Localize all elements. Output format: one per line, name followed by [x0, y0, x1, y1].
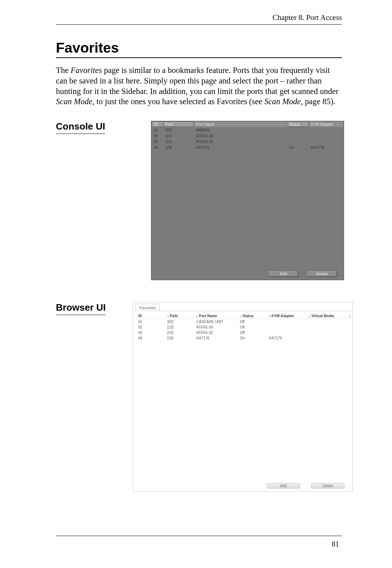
cell-status: - [287, 139, 309, 144]
cell-path: [15] [164, 330, 193, 335]
cell-adapter: KA7176 [309, 144, 344, 150]
cell-id: 01 [152, 127, 163, 133]
cell-adapter [309, 133, 344, 139]
cell-vm [305, 335, 345, 341]
intro-text-italic: Scan Mode [264, 97, 301, 106]
browser-header-row: ID ♦Path ♦Port Name ♦Status ♦KVM Adapter… [135, 313, 352, 319]
browser-ui-panel: Favorites ID ♦Path ♦Port Name ♦Status [151, 302, 353, 492]
sort-icon: ♦ [269, 315, 270, 318]
col-label: Port Name [199, 314, 217, 318]
cell-path: [02] [164, 319, 193, 325]
cell-name: ATEN1-32 [194, 139, 287, 144]
browser-screenshot: Favorites ID ♦Path ♦Port Name ♦Status [133, 302, 353, 492]
cell-path: [15] [163, 139, 194, 144]
cell-id: 01 [135, 319, 164, 325]
cell-path: [13] [164, 324, 193, 330]
running-header: Chapter 8. Port Access [56, 13, 342, 24]
browser-col-id[interactable]: ID [135, 313, 164, 319]
console-row[interactable]: 03 [15] ATEN1-32 - [152, 139, 344, 144]
sort-icon: ♦ [240, 315, 241, 318]
browser-table: ID ♦Path ♦Port Name ♦Status ♦KVM Adapter… [135, 313, 352, 341]
sort-icon: ♦ [349, 315, 350, 318]
cell-id: 04 [152, 144, 163, 150]
title-rule [56, 57, 342, 58]
console-ui-heading: Console UI [56, 121, 105, 134]
cell-path: [18] [164, 335, 193, 341]
console-ui-panel: ID Path Port Name Status KVM Adapter 01 … [151, 121, 344, 280]
intro-paragraph: The Favorites page is similar to a bookm… [56, 65, 342, 107]
intro-text: , to just the ones you have selected as … [93, 97, 265, 106]
cell-status: Off [236, 330, 265, 335]
cell-name: ATEN1-32 [193, 330, 236, 335]
browser-add-button[interactable]: Add [267, 483, 300, 489]
console-row[interactable]: 01 [02] KM0032 - [152, 127, 344, 133]
console-screenshot: ID Path Port Name Status KVM Adapter 01 … [151, 121, 344, 280]
cell-adapter [265, 319, 305, 325]
cell-path: [13] [163, 133, 194, 139]
console-col-port-name[interactable]: Port Name [194, 122, 287, 127]
console-row[interactable]: 04 [18] KA7176 On KA7176 [152, 144, 344, 150]
cell-name: ATEN1-26 [194, 133, 287, 139]
col-label: Virtual Media [311, 314, 334, 318]
page-number: 81 [332, 540, 339, 548]
cell-id: 02 [152, 133, 163, 139]
cell-vm [305, 319, 345, 325]
cell-name: KA7176 [193, 335, 236, 341]
header-rule [56, 24, 342, 25]
sort-icon: ♦ [196, 315, 198, 318]
intro-text-italic: Favorites [71, 66, 102, 75]
console-col-adapter[interactable]: KVM Adapter [309, 122, 344, 127]
cell-adapter [309, 127, 344, 133]
intro-text-italic: Scan Mode [56, 97, 93, 106]
browser-ui-heading: Browser UI [56, 302, 106, 315]
browser-delete-button[interactable]: Delete [311, 483, 344, 489]
browser-row[interactable]: 03 [15] ATEN1-32 Off [135, 330, 352, 335]
console-col-path[interactable]: Path [163, 122, 194, 127]
browser-ui-label: Browser UI [56, 302, 143, 315]
footer-rule [56, 536, 342, 536]
console-col-status[interactable]: Status [287, 122, 309, 127]
cell-status: On [287, 144, 309, 150]
cell-id: 04 [135, 335, 164, 341]
browser-col-status[interactable]: ♦Status [236, 313, 265, 319]
browser-footer: Add Delete [133, 482, 352, 491]
page: Chapter 8. Port Access Favorites The Fav… [0, 0, 392, 568]
browser-row[interactable]: 01 [02] CASCADE UNIT Off [135, 319, 352, 325]
cell-adapter [309, 139, 344, 144]
cell-adapter [265, 330, 305, 335]
cell-id: 03 [135, 330, 164, 335]
intro-text: , page 85). [301, 97, 335, 106]
cell-id: 03 [152, 139, 163, 144]
cell-status: On [236, 335, 265, 341]
cell-status: - [287, 133, 309, 139]
console-ui-section: Console UI ID Path Port Name S [56, 121, 342, 280]
cell-name: KA7176 [194, 144, 287, 150]
browser-tab-favorites[interactable]: Favorites [135, 304, 160, 311]
cell-vm [305, 330, 345, 335]
console-col-id[interactable]: ID [152, 122, 163, 127]
col-label: Status [242, 314, 254, 318]
console-table: ID Path Port Name Status KVM Adapter 01 … [151, 121, 344, 150]
console-add-button[interactable]: Add [268, 270, 299, 277]
cell-id: 02 [135, 324, 164, 330]
cell-path: [02] [163, 127, 194, 133]
browser-row[interactable]: 02 [13] ATEN1-26 Off [135, 324, 352, 330]
browser-col-virtual-media[interactable]: ♦Virtual Media [305, 313, 345, 319]
col-label: ID [138, 314, 142, 318]
cell-status: Off [236, 319, 265, 325]
page-title: Favorites [56, 40, 342, 56]
browser-ui-section: Browser UI Favorites ID ♦Path ♦Port Na [56, 302, 342, 492]
cell-status: Off [236, 324, 265, 330]
cell-adapter [265, 324, 305, 330]
browser-col-port-name[interactable]: ♦Port Name [193, 313, 236, 319]
browser-col-adapter[interactable]: ♦KVM Adapter [265, 313, 305, 319]
browser-row[interactable]: 04 [18] KA7176 On KA7176 [135, 335, 352, 341]
console-footer: Add Delete [151, 268, 344, 280]
console-delete-button[interactable]: Delete [307, 270, 337, 277]
cell-status: - [287, 127, 309, 133]
browser-col-path[interactable]: ♦Path [164, 313, 193, 319]
console-row[interactable]: 02 [13] ATEN1-26 - [152, 133, 344, 139]
col-label: Path [170, 314, 178, 318]
intro-text: The [56, 66, 71, 75]
console-ui-label: Console UI [56, 121, 143, 134]
